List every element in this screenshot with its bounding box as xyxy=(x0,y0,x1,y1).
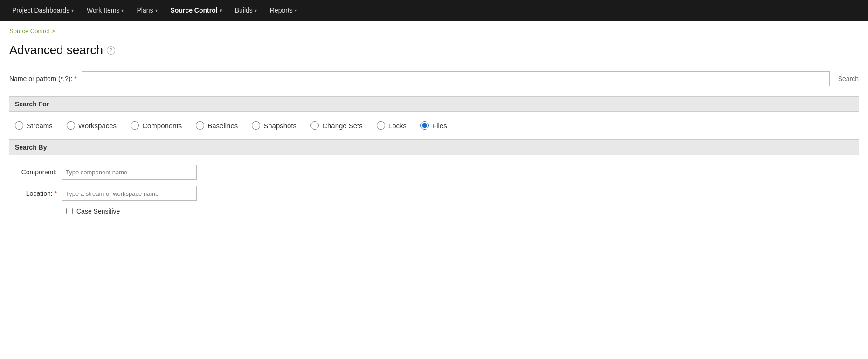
component-label: Component: xyxy=(15,168,62,176)
location-input[interactable] xyxy=(62,186,197,201)
case-sensitive-checkbox[interactable] xyxy=(66,208,73,214)
required-star: * xyxy=(74,75,76,83)
chevron-down-icon: ▾ xyxy=(121,8,124,13)
nav-project-dashboards[interactable]: Project Dashboards ▾ xyxy=(6,0,80,21)
radio-locks-input[interactable] xyxy=(377,121,385,130)
case-sensitive-label: Case Sensitive xyxy=(76,207,120,215)
nav-source-control[interactable]: Source Control ▾ xyxy=(164,0,228,21)
chevron-down-icon: ▾ xyxy=(255,8,257,13)
breadcrumb-link[interactable]: Source Control > xyxy=(9,28,55,35)
component-row: Component: xyxy=(15,165,853,180)
radio-changesets[interactable]: Change Sets xyxy=(310,121,363,130)
radio-files-label: Files xyxy=(432,122,447,130)
radio-streams[interactable]: Streams xyxy=(15,121,53,130)
nav-builds[interactable]: Builds ▾ xyxy=(228,0,263,21)
radio-changesets-label: Change Sets xyxy=(322,122,363,130)
location-row: Location: * xyxy=(15,186,853,201)
pattern-row: Name or pattern (*,?): * Search xyxy=(9,67,859,96)
top-navigation: Project Dashboards ▾ Work Items ▾ Plans … xyxy=(0,0,868,21)
radio-components-input[interactable] xyxy=(131,121,139,130)
page-title: Advanced search xyxy=(9,43,103,57)
radio-streams-input[interactable] xyxy=(15,121,23,130)
radio-components[interactable]: Components xyxy=(131,121,182,130)
radio-files-input[interactable] xyxy=(420,121,429,130)
location-label: Location: * xyxy=(15,190,62,197)
location-required-star: * xyxy=(55,190,57,197)
nav-plans[interactable]: Plans ▾ xyxy=(130,0,164,21)
radio-baselines-label: Baselines xyxy=(207,122,238,130)
chevron-down-icon: ▾ xyxy=(295,8,297,13)
breadcrumb: Source Control > xyxy=(0,21,868,38)
radio-changesets-input[interactable] xyxy=(310,121,319,130)
page-title-area: Advanced search ? xyxy=(0,38,868,67)
chevron-down-icon: ▾ xyxy=(220,8,222,13)
radio-baselines[interactable]: Baselines xyxy=(196,121,238,130)
radio-snapshots[interactable]: Snapshots xyxy=(252,121,296,130)
chevron-down-icon: ▾ xyxy=(71,8,74,13)
nav-reports[interactable]: Reports ▾ xyxy=(263,0,303,21)
radio-files[interactable]: Files xyxy=(420,121,447,130)
chevron-down-icon: ▾ xyxy=(155,8,158,13)
radio-components-label: Components xyxy=(142,122,182,130)
radio-workspaces-input[interactable] xyxy=(67,121,75,130)
radio-workspaces-label: Workspaces xyxy=(78,122,117,130)
help-icon[interactable]: ? xyxy=(107,46,115,55)
case-sensitive-row: Case Sensitive xyxy=(62,207,853,215)
radio-locks[interactable]: Locks xyxy=(377,121,406,130)
search-by-header: Search By xyxy=(9,139,859,155)
radio-workspaces[interactable]: Workspaces xyxy=(67,121,117,130)
search-for-radio-group: Streams Workspaces Components Baselines … xyxy=(9,112,859,139)
search-for-header: Search For xyxy=(9,96,859,112)
radio-baselines-input[interactable] xyxy=(196,121,204,130)
search-button[interactable]: Search xyxy=(834,75,859,83)
radio-snapshots-input[interactable] xyxy=(252,121,260,130)
nav-work-items[interactable]: Work Items ▾ xyxy=(80,0,131,21)
radio-streams-label: Streams xyxy=(27,122,53,130)
pattern-input[interactable] xyxy=(82,71,830,86)
radio-snapshots-label: Snapshots xyxy=(263,122,296,130)
main-content: Name or pattern (*,?): * Search Search F… xyxy=(0,67,868,224)
pattern-label: Name or pattern (*,?): * xyxy=(9,75,77,83)
component-input[interactable] xyxy=(62,165,197,180)
radio-locks-label: Locks xyxy=(388,122,406,130)
search-by-content: Component: Location: * Case Sensitive xyxy=(9,155,859,224)
